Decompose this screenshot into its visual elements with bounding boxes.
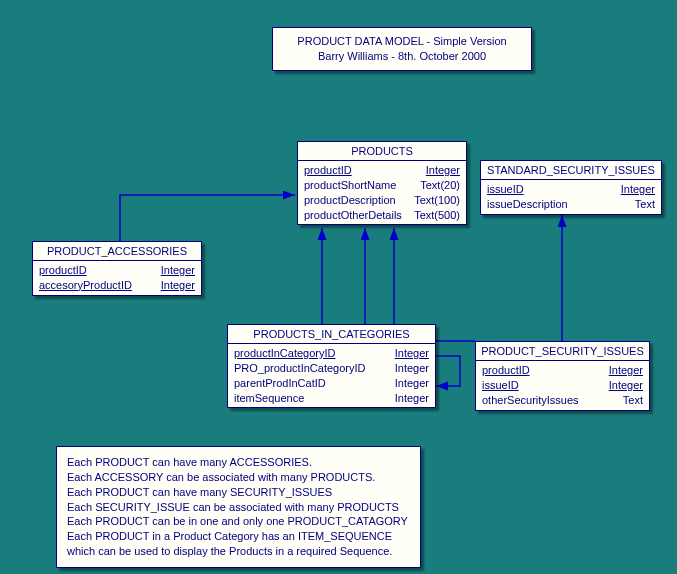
entity-body: issueIDInteger issueDescriptionText bbox=[481, 180, 661, 214]
entity-product-security-issues: PRODUCT_SECURITY_ISSUES productIDInteger… bbox=[475, 341, 650, 411]
entity-standard-security-issues: STANDARD_SECURITY_ISSUES issueIDInteger … bbox=[480, 160, 662, 215]
notes-line: Each SECURITY_ISSUE can be associated wi… bbox=[67, 500, 410, 515]
entity-body: productIDInteger issueIDInteger otherSec… bbox=[476, 361, 649, 410]
notes-line: Each ACCESSORY can be associated with ma… bbox=[67, 470, 410, 485]
notes-line: Each PRODUCT can be in one and only one … bbox=[67, 514, 410, 529]
entity-title: PRODUCTS_IN_CATEGORIES bbox=[228, 325, 435, 344]
entity-product-accessories: PRODUCT_ACCESSORIES productIDInteger acc… bbox=[32, 241, 202, 296]
entity-title: PRODUCTS bbox=[298, 142, 466, 161]
notes-line: Each PRODUCT can have many ACCESSORIES. bbox=[67, 455, 410, 470]
notes-line: which can be used to display the Product… bbox=[67, 544, 410, 559]
diagram-title-line2: Barry Williams - 8th. October 2000 bbox=[287, 49, 517, 64]
notes-box: Each PRODUCT can have many ACCESSORIES. … bbox=[56, 446, 421, 568]
diagram-title-box: PRODUCT DATA MODEL - Simple Version Barr… bbox=[272, 27, 532, 71]
diagram-title-line1: PRODUCT DATA MODEL - Simple Version bbox=[287, 34, 517, 49]
entity-products: PRODUCTS productIDInteger productShortNa… bbox=[297, 141, 467, 225]
entity-body: productIDInteger productShortNameText(20… bbox=[298, 161, 466, 224]
entity-body: productIDInteger accesoryProductIDIntege… bbox=[33, 261, 201, 295]
entity-title: PRODUCT_SECURITY_ISSUES bbox=[476, 342, 649, 361]
entity-body: productInCategoryIDInteger PRO_productIn… bbox=[228, 344, 435, 407]
entity-title: PRODUCT_ACCESSORIES bbox=[33, 242, 201, 261]
entity-title: STANDARD_SECURITY_ISSUES bbox=[481, 161, 661, 180]
entity-products-in-categories: PRODUCTS_IN_CATEGORIES productInCategory… bbox=[227, 324, 436, 408]
notes-line: Each PRODUCT can have many SECURITY_ISSU… bbox=[67, 485, 410, 500]
notes-line: Each PRODUCT in a Product Category has a… bbox=[67, 529, 410, 544]
